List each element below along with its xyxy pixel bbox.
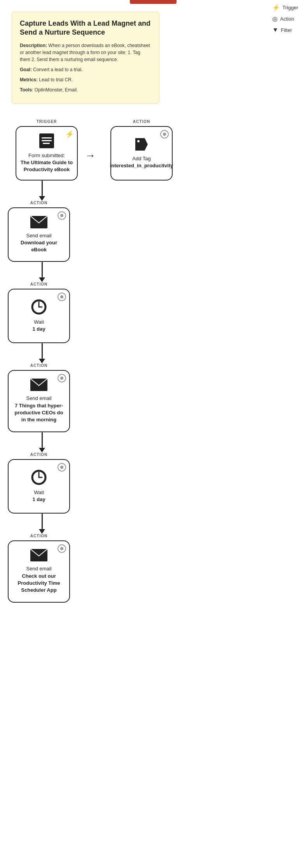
flow-area: TRIGGER ⚡ Form submitted: The Ultimate G… [0, 112, 306, 618]
action-email3-text: Send email Check out our Productivity Ti… [12, 565, 65, 594]
connector-2 [39, 262, 45, 282]
top-bar [130, 0, 177, 4]
trigger-node[interactable]: ⚡ Form submitted: The Ultimate Guide to … [16, 126, 78, 181]
trigger-legend-icon: ⚡ [272, 4, 280, 11]
legend-action: ◎ Action [272, 15, 298, 23]
action-email1-text: Send email Download your eBook [12, 232, 65, 254]
action-email2-row: ACTION Send email 7 Things that hyper-pr… [8, 363, 70, 432]
info-box: Capture Leads With a Lead Magnet and Sen… [12, 12, 159, 104]
action-legend-label: Action [280, 16, 294, 22]
info-title: Capture Leads With a Lead Magnet and Sen… [20, 19, 151, 37]
clock-icon-2 [31, 470, 47, 485]
action-tag-node[interactable]: Add Tag Interested_in_producitvity [110, 126, 173, 181]
action-badge-2 [58, 211, 66, 220]
trigger-column: TRIGGER ⚡ Form submitted: The Ultimate G… [16, 119, 78, 181]
action-badge-1 [160, 130, 169, 139]
action-legend-icon: ◎ [272, 15, 278, 23]
action-email1-row: ACTION Send email Download your eBook [8, 201, 70, 262]
action-wait2-row: ACTION Wait 1 day [8, 452, 70, 514]
info-description: Description: When a person downloads an … [20, 42, 151, 63]
legend-filter: ▼ Filter [272, 26, 298, 33]
tag-icon [135, 137, 149, 151]
action-label-2: ACTION [30, 201, 47, 205]
connector-3 [39, 343, 45, 363]
action-wait2-text: Wait 1 day [32, 489, 45, 503]
connector-4 [39, 432, 45, 452]
envelope-icon-1 [30, 216, 47, 228]
legend: ⚡ Trigger ◎ Action ▼ Filter [272, 4, 298, 33]
action-label-5: ACTION [30, 452, 47, 457]
form-icon [39, 133, 54, 148]
action-tag-column: ACTION Add Tag Interested_in_producitvit… [110, 119, 173, 181]
action-email3-node[interactable]: Send email Check out our Productivity Ti… [8, 540, 70, 603]
arrow-right-icon: → [85, 149, 96, 162]
filter-legend-label: Filter [281, 27, 292, 33]
action-tag-text: Add Tag Interested_in_producitvity [110, 155, 173, 169]
svg-point-1 [137, 140, 140, 142]
info-goal: Goal: Convert a lead to a trial. [20, 66, 151, 73]
connector-5 [39, 514, 45, 534]
action-badge-4 [58, 374, 66, 382]
action-email2-text: Send email 7 Things that hyper-productiv… [12, 395, 65, 423]
action-email1-node[interactable]: Send email Download your eBook [8, 207, 70, 262]
action-label-6: ACTION [30, 534, 47, 538]
trigger-legend-label: Trigger [282, 5, 298, 11]
legend-trigger: ⚡ Trigger [272, 4, 298, 11]
action-label-1: ACTION [133, 119, 150, 124]
action-email3-row: ACTION Send email Check out our Producti… [8, 534, 70, 603]
action-wait1-text: Wait 1 day [32, 319, 45, 333]
info-metrics: Metrics: Lead to trial CR. [20, 76, 151, 83]
action-badge-6 [58, 544, 66, 553]
connector-1 [39, 181, 45, 201]
action-badge-5 [58, 463, 66, 472]
action-wait1-node[interactable]: Wait 1 day [8, 289, 70, 343]
trigger-badge-icon: ⚡ [65, 130, 74, 139]
clock-icon-1 [31, 299, 47, 315]
action-wait1-row: ACTION Wait 1 day [8, 282, 70, 343]
info-tools: Tools: OptinMonster, Email. [20, 86, 151, 93]
action-label-3: ACTION [30, 282, 47, 286]
trigger-label: TRIGGER [37, 119, 57, 124]
filter-legend-icon: ▼ [272, 26, 278, 33]
action-label-4: ACTION [30, 363, 47, 368]
action-wait2-node[interactable]: Wait 1 day [8, 459, 70, 514]
svg-marker-0 [135, 138, 148, 151]
action-badge-3 [58, 293, 66, 301]
envelope-icon-2 [30, 379, 47, 391]
action-email2-node[interactable]: Send email 7 Things that hyper-productiv… [8, 370, 70, 432]
trigger-node-text: Form submitted: The Ultimate Guide to Pr… [20, 152, 73, 174]
flow-row-1: TRIGGER ⚡ Form submitted: The Ultimate G… [8, 119, 173, 181]
envelope-icon-3 [30, 549, 47, 561]
